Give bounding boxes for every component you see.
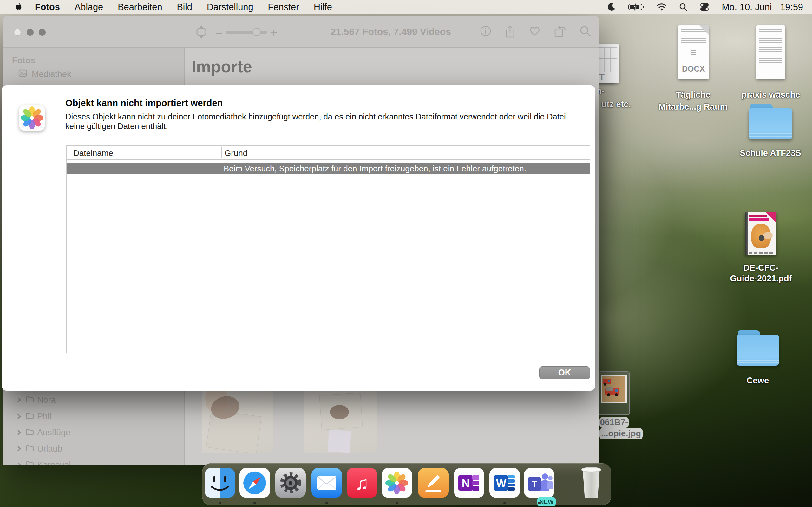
pdf-heading-line: [749, 215, 767, 217]
clock-date: Mo. 10. Juni: [722, 2, 772, 12]
dock-music-icon[interactable]: ♫: [347, 468, 377, 498]
pdf-file-label[interactable]: Guide-2021.pdf: [729, 274, 793, 284]
docx-folded-corner: [699, 25, 709, 35]
menu-item-bearbeiten[interactable]: Bearbeiten: [118, 2, 162, 12]
chevron-right-icon[interactable]: [17, 462, 21, 465]
running-indicator-finder: [218, 502, 221, 504]
pdf-spine: [745, 212, 748, 256]
sidebar-item-mediathek[interactable]: Mediathek: [18, 69, 71, 79]
photo-thumbnail[interactable]: [202, 391, 273, 453]
dock-settings-icon[interactable]: [275, 468, 306, 498]
minimize-window-button[interactable]: [27, 29, 34, 36]
chevron-right-icon[interactable]: [17, 429, 21, 436]
sidebar-item-label: Urlaub: [37, 444, 62, 454]
toy-truck-shape: [605, 389, 619, 395]
wifi-icon[interactable]: [657, 3, 666, 11]
menu-item-fenster[interactable]: Fenster: [268, 2, 299, 12]
menu-item-darstellung[interactable]: Darstellung: [207, 2, 253, 12]
word-letter: W: [494, 475, 508, 491]
media-library-icon: [18, 69, 27, 79]
menu-bar: Fotos Ablage Bearbeiten Bild Darstellung…: [0, 0, 812, 14]
chevron-right-icon[interactable]: [17, 413, 21, 419]
menu-clock[interactable]: Mo. 10. Juni 19:59: [722, 2, 803, 12]
chevron-right-icon[interactable]: [17, 446, 21, 452]
docx-file-label[interactable]: Mitarbe...g Raum: [653, 102, 733, 112]
folder-line: [749, 133, 792, 134]
dock-pages-icon[interactable]: [418, 468, 449, 498]
teams-person: [548, 476, 553, 481]
table-row[interactable]: Beim Versuch, Speicherplatz für den Impo…: [67, 163, 590, 174]
docx-file-icon[interactable]: DOCX: [678, 25, 709, 79]
text-file-label[interactable]: praxis wäsche: [739, 90, 803, 100]
sidebar-item-label: Phil: [37, 412, 51, 421]
folder-cewe-label[interactable]: Cewe: [726, 376, 790, 386]
jpg-file-thumbnail[interactable]: [601, 375, 627, 403]
search-icon[interactable]: [579, 25, 591, 38]
sidebar-item-ausfluege[interactable]: Ausflüge: [17, 428, 70, 438]
control-center-icon[interactable]: [700, 3, 709, 11]
jpg-file-label[interactable]: 061B7-: [600, 417, 629, 428]
sidebar-item-label: Nora: [37, 395, 56, 405]
sidebar-item-label: Mediathek: [32, 69, 71, 79]
dock-separator: [567, 467, 567, 502]
trash-rim: [581, 467, 601, 472]
photos-toolbar: − + 21.567 Fotos, 7.499 Videos: [3, 16, 600, 48]
sidebar-item-label: Ausflüge: [37, 428, 70, 438]
jpg-file-label[interactable]: ...opie.jpg: [600, 428, 643, 439]
sidebar-item-phil[interactable]: Phil: [17, 411, 51, 421]
menu-item-hilfe[interactable]: Hilfe: [314, 2, 332, 12]
dock-safari-icon[interactable]: [240, 468, 270, 498]
photo-shape: [206, 409, 261, 453]
focus-moon-icon[interactable]: [607, 3, 616, 11]
folder-outline-icon: [26, 428, 34, 438]
docx-badge: DOCX: [678, 64, 709, 73]
sidebar-item-label: Karneval: [37, 460, 71, 465]
photo-thumbnail[interactable]: [305, 391, 376, 453]
folder-schule-label[interactable]: Schule ATF23S: [739, 148, 802, 158]
share-icon[interactable]: [504, 25, 516, 38]
menu-item-bild[interactable]: Bild: [177, 2, 192, 12]
text-file-icon[interactable]: [756, 25, 785, 79]
dock-photos-icon[interactable]: [382, 468, 412, 498]
sidebar-item-karneval[interactable]: Karneval: [17, 460, 71, 465]
zoom-window-button[interactable]: [39, 29, 46, 36]
apple-logo-icon[interactable]: [14, 3, 22, 14]
close-window-button[interactable]: [14, 29, 21, 36]
rotate-icon[interactable]: [554, 25, 566, 38]
sidebar-item-urlaub[interactable]: Urlaub: [17, 444, 62, 454]
chevron-right-icon[interactable]: [17, 397, 21, 403]
ok-button[interactable]: OK: [539, 366, 590, 379]
table-header: Dateiname Grund: [67, 146, 590, 160]
dock-mail-icon[interactable]: [311, 468, 342, 498]
menu-app-name[interactable]: Fotos: [35, 2, 60, 12]
column-header-grund[interactable]: Grund: [224, 148, 247, 158]
sidebar-item-nora[interactable]: Nora: [17, 395, 56, 405]
odt-file-label[interactable]: utz etc.: [601, 100, 631, 109]
dock-word-icon[interactable]: W: [490, 468, 520, 498]
battery-charging-icon[interactable]: [628, 3, 644, 11]
pdf-file-label[interactable]: DE-CFC-: [729, 263, 793, 273]
screen: DT n- utz etc. DOCX Tägliche Mitarbe...g…: [0, 0, 812, 507]
spotlight-search-icon[interactable]: [679, 3, 687, 11]
photos-app-icon: [19, 105, 45, 131]
dock-teams-icon[interactable]: T: [524, 468, 554, 498]
error-table: Dateiname Grund Beim Versuch, Speicherpl…: [66, 146, 590, 353]
folder-line: [737, 360, 779, 360]
onenote-panels: [472, 475, 479, 491]
column-divider[interactable]: [221, 147, 222, 158]
clock-time: 19:59: [780, 2, 803, 12]
dock-finder-icon[interactable]: [205, 468, 235, 498]
folder-icon-schule[interactable]: [749, 104, 792, 139]
import-error-dialog: Objekt kann nicht importiert werden Dies…: [2, 85, 595, 391]
info-icon[interactable]: [480, 25, 491, 38]
docx-file-label[interactable]: Tägliche: [661, 90, 725, 100]
error-reason-text: Beim Versuch, Speicherplatz für den Impo…: [223, 164, 526, 174]
folder-icon-cewe[interactable]: [737, 330, 779, 366]
dock-onenote-icon[interactable]: N: [454, 468, 484, 498]
column-header-dateiname[interactable]: Dateiname: [73, 148, 113, 158]
pdf-file-icon[interactable]: [745, 212, 776, 256]
menu-item-ablage[interactable]: Ablage: [74, 2, 103, 12]
favorite-heart-icon[interactable]: [529, 25, 541, 38]
folder-outline-icon: [26, 460, 34, 465]
folder-line: [749, 135, 792, 136]
